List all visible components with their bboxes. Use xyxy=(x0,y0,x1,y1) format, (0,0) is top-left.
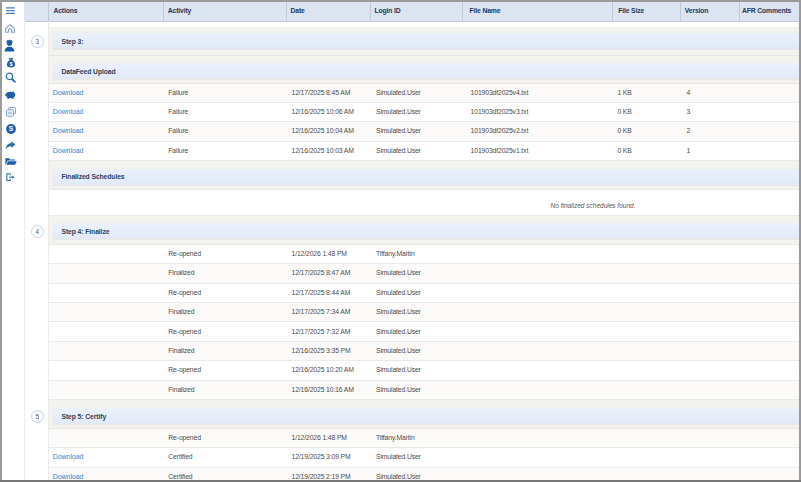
svg-text:S: S xyxy=(8,125,13,132)
